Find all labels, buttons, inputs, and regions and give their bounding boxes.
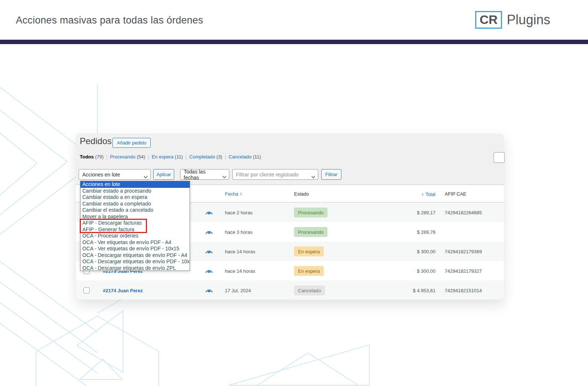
status-badge-cell: Procesando [294, 227, 327, 237]
bulk-option-cambiar-estado-a-completado[interactable]: Cambiar estado a completado [80, 201, 190, 207]
add-order-button[interactable]: Añadir pedido [112, 138, 151, 148]
view-order-icon[interactable] [205, 288, 213, 293]
status-badge-cell: En espera [294, 246, 324, 256]
sort-icon: ▲▼ [422, 193, 424, 196]
afip-cae: 74294182179327 [445, 268, 482, 274]
panel-title: Pedidos [80, 136, 112, 146]
chevron-down-icon [311, 174, 315, 179]
bulk-actions-select[interactable]: Acciones en lote [79, 169, 151, 180]
customer-filter-placeholder: Filtrar por cliente registrado [236, 172, 298, 178]
column-header-fecha[interactable]: Fecha ▲▼ [225, 191, 242, 196]
filter-button[interactable]: Filtrar [321, 169, 341, 180]
status-badge: En espera [294, 266, 324, 276]
status-link-cancelado[interactable]: Cancelado (11) [229, 154, 261, 160]
order-link[interactable]: #2174 Juan Perez [103, 287, 143, 293]
status-filter-links: Todos (79)|Procesando (54)|En espera (11… [80, 154, 261, 160]
customer-filter-select[interactable]: Filtrar por cliente registrado [232, 169, 318, 180]
bulk-option-oca-descargar-etiquetas-de-envio-pdf-10x15[interactable]: OCA - Descargar etiquetas de envío PDF -… [80, 258, 190, 265]
logo-cr-box: CR [475, 11, 502, 29]
status-link-procesando[interactable]: Procesando (54) [110, 154, 145, 160]
apply-button[interactable]: Aplicar [153, 169, 174, 180]
bulk-option-cambiar-el-estado-a-cancelado[interactable]: Cambiar el estado a cancelado [80, 207, 190, 214]
date-filter-selected-value: Todas las fechas [184, 169, 220, 181]
separator: | [225, 154, 226, 160]
afip-cae: 74294182264685 [445, 210, 482, 215]
separator: | [148, 154, 149, 160]
order-total: $ 4.953,61 [388, 287, 435, 293]
bulk-option-oca-descargar-etiquetas-de-envio-zpl[interactable]: OCA - Descargar etiquetas de envío ZPL [80, 265, 190, 272]
status-badge: En espera [294, 246, 324, 256]
orders-panel: Pedidos Añadir pedido Todos (79)|Procesa… [76, 133, 504, 300]
bulk-option-acciones-en-lote[interactable]: Acciones en lote [80, 181, 190, 188]
logo-plugins-text: Plugins [507, 12, 550, 28]
bulk-actions-selected-value: Acciones en lote [82, 172, 120, 178]
table-row: #2174 Juan Perez17 Jul, 2024Cancelado$ 4… [76, 280, 504, 300]
order-total: $ 300,00 [388, 268, 435, 274]
column-header-afip-cae: AFIP CAE [445, 191, 466, 196]
sort-icon: ▲▼ [240, 192, 242, 196]
date-filter-select[interactable]: Todas las fechas [180, 169, 229, 180]
separator: | [186, 154, 187, 160]
order-total: $ 300,00 [388, 249, 435, 254]
status-badge-cell: En espera [294, 266, 324, 276]
order-date: hace 14 horas [225, 249, 255, 254]
order-total: $ 289,17 [388, 210, 435, 215]
bulk-option-oca-descargar-etiquetas-de-envio-pdf-a4[interactable]: OCA - Descargar etiquetas de envío PDF -… [80, 252, 190, 259]
column-header-estado: Estado [294, 191, 309, 196]
order-date: 17 Jul, 2024 [225, 287, 251, 293]
status-link-en-espera[interactable]: En espera (11) [152, 154, 183, 160]
order-date: hace 3 horas [225, 229, 252, 235]
status-count: (54) [137, 154, 145, 160]
chevron-down-icon [222, 174, 226, 179]
row-checkbox[interactable] [83, 287, 90, 293]
top-header: Acciones masivas para todas las órdenes … [0, 0, 588, 40]
chevron-down-icon [144, 174, 148, 179]
bulk-option-afip-descargar-facturas[interactable]: AFIP - Descargar facturas [80, 220, 190, 226]
status-count: (3) [216, 154, 222, 160]
view-order-icon[interactable] [205, 268, 213, 273]
status-link-todos[interactable]: Todos (79) [80, 154, 104, 160]
status-badge-cell: Procesando [294, 207, 327, 217]
bulk-option-oca-ver-etiquetas-de-envio-pdf-a4[interactable]: OCA - Ver etiquetas de envío PDF - A4 [80, 239, 190, 246]
status-badge: Cancelado [294, 285, 325, 295]
order-date: hace 14 horas [225, 268, 255, 274]
bulk-option-cambiar-estado-a-procesando[interactable]: Cambiar estado a procesando [80, 188, 190, 194]
order-date: hace 2 horas [225, 210, 252, 215]
bulk-option-oca-procesar-ordenes[interactable]: OCA - Procesar ordenes [80, 233, 190, 239]
search-input[interactable] [494, 152, 505, 163]
bulk-option-cambiar-estado-a-en-espera[interactable]: Cambiar estado a en espera [80, 194, 190, 201]
status-count: (79) [95, 154, 104, 160]
view-order-icon[interactable] [205, 210, 213, 215]
status-badge: Procesando [294, 227, 327, 237]
status-badge: Procesando [294, 207, 327, 217]
status-count: (11) [175, 154, 183, 160]
afip-cae: 74294182179369 [445, 249, 482, 254]
bulk-actions-dropdown: Acciones en loteCambiar estado a procesa… [80, 181, 190, 271]
separator: | [106, 154, 107, 160]
view-order-icon[interactable] [205, 249, 213, 254]
header-divider-bar [0, 40, 588, 44]
bulk-option-mover-a-la-papelera[interactable]: Mover a la papelera [80, 214, 190, 220]
status-badge-cell: Cancelado [294, 285, 325, 295]
view-order-icon[interactable] [205, 229, 213, 234]
afip-cae: 74294182151014 [445, 287, 482, 293]
bulk-option-oca-ver-etiquetas-de-envio-pdf-10x15[interactable]: OCA - Ver etiquetas de envío PDF - 10x15 [80, 246, 190, 252]
page-title: Acciones masivas para todas las órdenes [16, 15, 203, 26]
order-total: $ 289,76 [388, 229, 435, 235]
status-link-completado[interactable]: Completado (3) [189, 154, 222, 160]
brand-logo: CR Plugins [475, 10, 550, 30]
status-count: (11) [253, 154, 261, 160]
bulk-option-afip-generar-factura[interactable]: AFIP - Generar factura [80, 226, 190, 233]
column-header-total[interactable]: ▲▼ Total [388, 190, 435, 197]
